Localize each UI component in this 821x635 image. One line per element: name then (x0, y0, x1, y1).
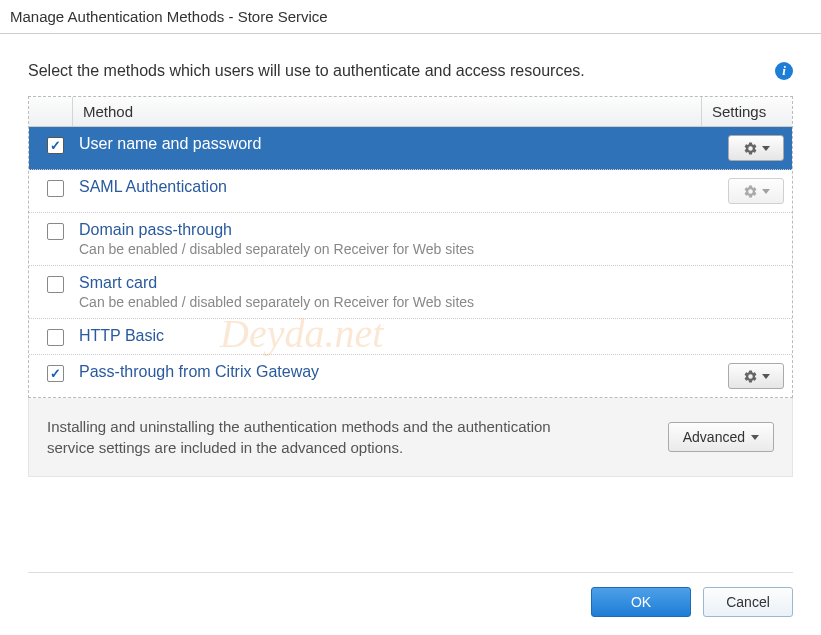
chevron-down-icon (751, 435, 759, 440)
ok-button[interactable]: OK (591, 587, 691, 617)
gear-icon (743, 141, 758, 156)
table-row[interactable]: HTTP Basic (29, 319, 792, 355)
table-row[interactable]: User name and password (29, 127, 792, 170)
chevron-down-icon (762, 189, 770, 194)
chevron-down-icon (762, 374, 770, 379)
method-checkbox[interactable] (47, 329, 64, 346)
advanced-button[interactable]: Advanced (668, 422, 774, 452)
table-row[interactable]: SAML Authentication (29, 170, 792, 213)
dialog-buttons: OK Cancel (28, 572, 793, 617)
method-label: HTTP Basic (79, 327, 696, 345)
method-label: SAML Authentication (79, 178, 696, 196)
method-label: User name and password (79, 135, 696, 153)
table-row[interactable]: Pass-through from Citrix Gateway (29, 355, 792, 397)
method-label: Smart card (79, 274, 696, 292)
method-description: Can be enabled / disabled separately on … (79, 241, 696, 257)
info-icon[interactable]: i (775, 62, 793, 80)
method-checkbox[interactable] (47, 180, 64, 197)
method-label: Pass-through from Citrix Gateway (79, 363, 696, 381)
window-title: Manage Authentication Methods - Store Se… (0, 0, 821, 34)
method-label: Domain pass-through (79, 221, 696, 239)
method-checkbox[interactable] (47, 365, 64, 382)
header-settings: Settings (702, 97, 792, 126)
method-checkbox[interactable] (47, 137, 64, 154)
advanced-label: Advanced (683, 429, 745, 445)
settings-button[interactable] (728, 135, 784, 161)
header-method: Method (73, 97, 702, 126)
footer-section: Installing and uninstalling the authenti… (28, 398, 793, 477)
method-checkbox[interactable] (47, 276, 64, 293)
footer-text: Installing and uninstalling the authenti… (47, 416, 567, 458)
header-checkbox-col (29, 97, 73, 126)
method-description: Can be enabled / disabled separately on … (79, 294, 696, 310)
methods-table: Method Settings User name and passwordSA… (28, 96, 793, 398)
table-row[interactable]: Domain pass-throughCan be enabled / disa… (29, 213, 792, 266)
chevron-down-icon (762, 146, 770, 151)
settings-button[interactable] (728, 363, 784, 389)
method-checkbox[interactable] (47, 223, 64, 240)
settings-button (728, 178, 784, 204)
cancel-button[interactable]: Cancel (703, 587, 793, 617)
table-header: Method Settings (29, 97, 792, 127)
gear-icon (743, 369, 758, 384)
table-row[interactable]: Smart cardCan be enabled / disabled sepa… (29, 266, 792, 319)
gear-icon (743, 184, 758, 199)
instruction-text: Select the methods which users will use … (28, 62, 585, 80)
